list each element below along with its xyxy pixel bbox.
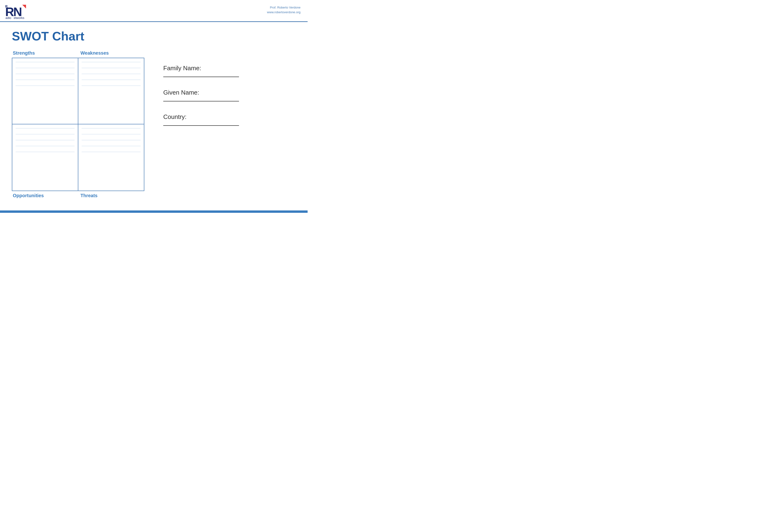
- write-line: [82, 152, 140, 152]
- page-title: SWOT Chart: [0, 22, 307, 50]
- opportunities-cell: [12, 124, 78, 191]
- footer-bar: [0, 210, 307, 213]
- svg-marker-2: [22, 5, 26, 9]
- svg-text:etworks: etworks: [14, 16, 24, 19]
- swot-bottom-labels: Opportunities Threats: [12, 193, 144, 198]
- header: R N adio etworks R Prof. Roberto Verdone…: [0, 0, 307, 22]
- write-line: [16, 80, 75, 80]
- write-line: [82, 140, 140, 140]
- write-line: [16, 62, 75, 62]
- write-line: [16, 152, 75, 152]
- strengths-cell: [12, 58, 78, 124]
- given-name-field: Given Name:: [163, 89, 296, 101]
- svg-text:adio: adio: [5, 16, 11, 19]
- label-strengths: Strengths: [12, 50, 78, 56]
- weaknesses-cell: [78, 58, 144, 124]
- write-line: [16, 74, 75, 74]
- professor-name: Prof. Roberto Verdone: [267, 5, 300, 10]
- write-line: [82, 74, 140, 74]
- write-line: [82, 134, 140, 134]
- logo: R N adio etworks R: [5, 4, 31, 19]
- family-name-field: Family Name:: [163, 65, 296, 77]
- swot-top-row: [12, 58, 144, 124]
- given-name-label: Given Name:: [163, 89, 296, 96]
- swot-top-labels: Strengths Weaknesses: [12, 50, 144, 56]
- write-line: [16, 140, 75, 140]
- family-name-label: Family Name:: [163, 65, 296, 72]
- write-line: [82, 80, 140, 80]
- info-section: Family Name: Given Name: Country:: [163, 50, 296, 198]
- header-info: Prof. Roberto Verdone www.robertoverdone…: [267, 5, 300, 14]
- professor-website: www.robertoverdone.org: [267, 10, 300, 15]
- country-label: Country:: [163, 113, 296, 121]
- write-line: [82, 62, 140, 62]
- logo-svg: R N adio etworks R: [5, 4, 31, 19]
- swot-bottom-row: [12, 124, 144, 191]
- country-field: Country:: [163, 113, 296, 126]
- write-line: [16, 128, 75, 128]
- svg-text:R: R: [5, 4, 8, 8]
- label-opportunities: Opportunities: [12, 193, 78, 198]
- label-weaknesses: Weaknesses: [78, 50, 144, 56]
- swot-grid: [12, 58, 144, 191]
- label-threats: Threats: [78, 193, 144, 198]
- given-name-underline: [163, 101, 239, 101]
- family-name-underline: [163, 77, 239, 77]
- write-line: [16, 134, 75, 134]
- write-line: [82, 128, 140, 128]
- threats-cell: [78, 124, 144, 191]
- swot-section: Strengths Weaknesses: [12, 50, 144, 198]
- country-underline: [163, 125, 239, 126]
- main-content: Strengths Weaknesses: [0, 50, 307, 198]
